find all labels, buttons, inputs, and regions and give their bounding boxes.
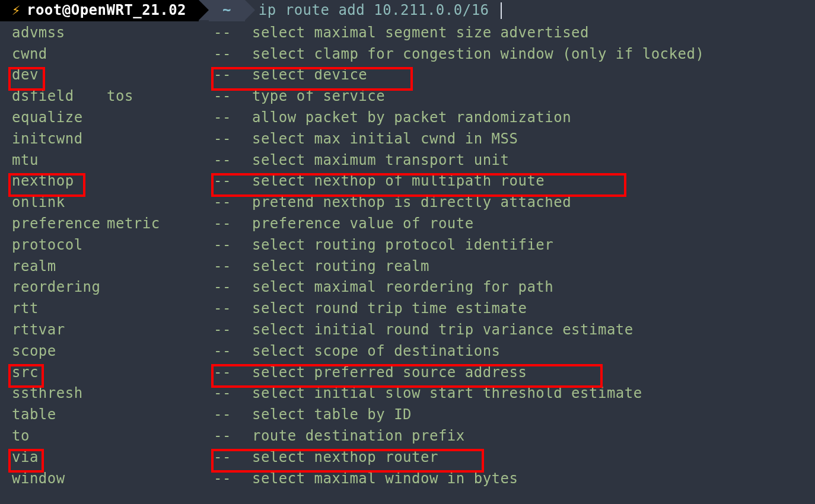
completion-dashes: -- <box>214 383 243 404</box>
completion-key: rttvar <box>12 320 107 341</box>
user-host: root@OpenWRT_21.02 <box>27 0 186 21</box>
completion-key: cwnd <box>12 44 107 65</box>
completion-item-scope[interactable]: scope-- select scope of destinations <box>0 341 815 362</box>
prompt-separator-2-icon <box>245 0 255 20</box>
completion-item-initcwnd[interactable]: initcwnd-- select max initial cwnd in MS… <box>0 129 815 150</box>
completion-item-advmss[interactable]: advmss-- select maximal segment size adv… <box>0 23 815 44</box>
cursor-icon <box>501 2 502 19</box>
completion-dashes: -- <box>214 213 243 235</box>
completion-dashes: -- <box>214 192 243 213</box>
completion-desc: pretend nexthop is directly attached <box>243 192 571 213</box>
completion-dashes: -- <box>214 86 243 107</box>
completion-key: reordering <box>12 277 107 298</box>
completion-dashes: -- <box>214 362 243 384</box>
bolt-icon: ⚡ <box>12 0 21 21</box>
completion-dashes: -- <box>214 171 243 192</box>
completion-item-protocol[interactable]: protocol-- select routing protocol ident… <box>0 235 815 256</box>
completion-key: advmss <box>12 23 107 44</box>
completion-key: realm <box>12 256 107 277</box>
completion-desc: select device <box>243 65 367 86</box>
completion-desc: select initial round trip variance estim… <box>243 320 633 341</box>
completion-desc: select maximal window in bytes <box>243 468 518 490</box>
completion-item-ssthresh[interactable]: ssthresh-- select initial slow start thr… <box>0 383 815 404</box>
completion-key: rtt <box>12 298 107 320</box>
completion-dashes: -- <box>214 256 243 277</box>
completion-desc: select nexthop of multipath route <box>243 171 545 192</box>
completion-dashes: -- <box>214 426 243 447</box>
completion-dashes: -- <box>214 447 243 468</box>
completion-item-via[interactable]: via-- select nexthop router <box>0 447 815 468</box>
completion-dashes: -- <box>214 44 243 65</box>
completion-item-onlink[interactable]: onlink-- pretend nexthop is directly att… <box>0 192 815 213</box>
completion-item-dsfield[interactable]: dsfieldtos-- type of service <box>0 86 815 107</box>
prompt-separator-1-icon <box>199 0 209 20</box>
completion-dashes: -- <box>214 65 243 86</box>
completion-list[interactable]: advmss-- select maximal segment size adv… <box>0 21 815 490</box>
completion-dashes: -- <box>214 277 243 298</box>
annotation-arrow-icon <box>0 489 815 504</box>
completion-key: onlink <box>12 192 107 213</box>
completion-key: equalize <box>12 107 107 129</box>
completion-desc: type of service <box>243 86 385 107</box>
completion-dashes: -- <box>214 404 243 426</box>
prompt-segment-host: ⚡ root@OpenWRT_21.02 <box>0 0 199 21</box>
completion-desc: select routing protocol identifier <box>243 235 553 256</box>
completion-item-cwnd[interactable]: cwnd-- select clamp for congestion windo… <box>0 44 815 65</box>
completion-key: src <box>12 362 107 384</box>
completion-item-window[interactable]: window-- select maximal window in bytes <box>0 468 815 490</box>
completion-key: dsfield <box>12 86 107 107</box>
completion-item-nexthop[interactable]: nexthop-- select nexthop of multipath ro… <box>0 171 815 192</box>
completion-key: window <box>12 468 107 490</box>
prompt-row[interactable]: ⚡ root@OpenWRT_21.02 ~ ip route add 10.2… <box>0 0 815 21</box>
completion-item-realm[interactable]: realm-- select routing realm <box>0 256 815 277</box>
completion-item-table[interactable]: table-- select table by ID <box>0 404 815 426</box>
completion-desc: select round trip time estimate <box>243 298 527 320</box>
completion-dashes: -- <box>214 320 243 341</box>
completion-dashes: -- <box>214 298 243 320</box>
completion-item-src[interactable]: src-- select preferred source address <box>0 362 815 384</box>
completion-desc: select maximal reordering for path <box>243 277 553 298</box>
typed-command: ip route add 10.211.0.0/16 <box>259 0 498 21</box>
completion-key: nexthop <box>12 171 107 192</box>
prompt-segment-cwd: ~ <box>209 0 245 21</box>
completion-desc: select routing realm <box>243 256 429 277</box>
terminal-window[interactable]: ⚡ root@OpenWRT_21.02 ~ ip route add 10.2… <box>0 0 815 504</box>
completion-desc: preference value of route <box>243 213 474 235</box>
completion-dashes: -- <box>214 468 243 490</box>
completion-item-reordering[interactable]: reordering-- select maximal reordering f… <box>0 277 815 298</box>
completion-item-rttvar[interactable]: rttvar-- select initial round trip varia… <box>0 320 815 341</box>
completion-desc: select clamp for congestion window (only… <box>243 44 704 65</box>
completion-alias: tos <box>107 86 214 107</box>
completion-item-dev[interactable]: dev-- select device <box>0 65 815 86</box>
completion-key: initcwnd <box>12 129 107 150</box>
completion-dashes: -- <box>214 150 243 171</box>
completion-item-to[interactable]: to-- route destination prefix <box>0 426 815 447</box>
completion-key: dev <box>12 65 107 86</box>
completion-item-preference[interactable]: preferencemetric-- preference value of r… <box>0 213 815 235</box>
completion-item-equalize[interactable]: equalize-- allow packet by packet random… <box>0 107 815 129</box>
completion-desc: allow packet by packet randomization <box>243 107 571 129</box>
completion-key: via <box>12 447 107 468</box>
cwd: ~ <box>222 0 231 21</box>
completion-key: to <box>12 426 107 447</box>
completion-desc: select preferred source address <box>243 362 527 384</box>
completion-key: mtu <box>12 150 107 171</box>
completion-desc: select max initial cwnd in MSS <box>243 129 518 150</box>
completion-desc: select scope of destinations <box>243 341 501 362</box>
completion-key: ssthresh <box>12 383 107 404</box>
completion-item-rtt[interactable]: rtt-- select round trip time estimate <box>0 298 815 320</box>
command-input[interactable]: ip route add 10.211.0.0/16 <box>255 0 502 21</box>
completion-dashes: -- <box>214 129 243 150</box>
completion-desc: select initial slow start threshold esti… <box>243 383 642 404</box>
completion-desc: select nexthop router <box>243 447 438 468</box>
completion-dashes: -- <box>214 341 243 362</box>
completion-key: table <box>12 404 107 426</box>
completion-key: protocol <box>12 235 107 256</box>
completion-desc: route destination prefix <box>243 426 465 447</box>
completion-key: scope <box>12 341 107 362</box>
completion-item-mtu[interactable]: mtu-- select maximum transport unit <box>0 150 815 171</box>
completion-dashes: -- <box>214 107 243 129</box>
completion-dashes: -- <box>214 235 243 256</box>
completion-key: preference <box>12 213 107 235</box>
completion-alias: metric <box>107 213 214 235</box>
